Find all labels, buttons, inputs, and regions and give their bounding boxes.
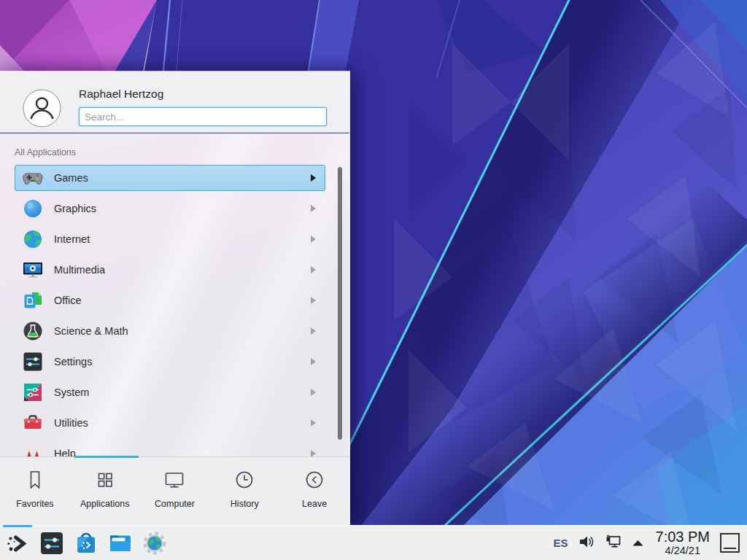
web-browser-launcher[interactable] — [142, 531, 167, 556]
office-icon — [23, 290, 43, 311]
expand-tray-button[interactable] — [632, 537, 644, 550]
chevron-right-icon — [310, 450, 316, 456]
chevron-right-icon — [310, 389, 316, 396]
discover-launcher[interactable] — [74, 531, 98, 556]
digital-clock[interactable]: 7:03 PM 4/24/21 — [656, 529, 710, 556]
volume-button[interactable] — [578, 533, 595, 553]
tab-label: History — [231, 499, 259, 509]
multimedia-icon — [23, 260, 43, 280]
category-settings[interactable]: Settings — [15, 349, 325, 375]
tab-applications[interactable]: Applications — [70, 457, 140, 526]
application-launcher-button[interactable] — [5, 531, 30, 556]
system-settings-launcher[interactable] — [39, 531, 64, 556]
category-label: Science & Math — [54, 325, 128, 337]
chevron-right-icon — [310, 419, 316, 427]
system-settings-icon — [39, 531, 64, 556]
category-label: Office — [54, 295, 82, 306]
list-scrollbar[interactable] — [338, 167, 342, 440]
category-games[interactable]: Games — [15, 165, 325, 191]
category-science-math[interactable]: Science & Math — [15, 318, 325, 344]
category-label: Games — [54, 172, 88, 184]
system-icon — [23, 382, 43, 402]
monitor-icon — [163, 469, 185, 494]
section-label: All Applications — [15, 147, 76, 158]
applications-view: All Applications Games — [0, 133, 349, 456]
category-label: System — [54, 386, 89, 398]
category-graphics[interactable]: Graphics — [15, 195, 325, 222]
tab-leave[interactable]: Leave — [279, 457, 349, 526]
games-icon — [23, 168, 43, 188]
taskbar-launchers — [5, 526, 167, 560]
file-manager-launcher[interactable] — [108, 531, 133, 556]
chevron-right-icon — [310, 266, 316, 273]
category-label: Utilities — [54, 417, 88, 429]
category-label: Internet — [54, 233, 90, 245]
chevron-right-icon — [310, 205, 316, 212]
network-icon — [604, 532, 623, 554]
launcher-tab-bar: Favorites Applications Computer — [0, 456, 349, 526]
application-launcher-menu: Raphael Hertzog All Applications Games — [0, 71, 350, 525]
tab-label: Favorites — [16, 499, 53, 509]
category-help[interactable]: Help — [15, 440, 325, 456]
tab-label: Applications — [80, 499, 129, 509]
system-tray: ES — [554, 526, 743, 560]
taskbar-panel: ES — [0, 525, 747, 560]
category-label: Graphics — [54, 203, 96, 214]
network-button[interactable] — [604, 532, 623, 554]
category-internet[interactable]: Internet — [15, 226, 325, 252]
launcher-header: Raphael Hertzog — [0, 71, 349, 133]
keyboard-layout-indicator[interactable]: ES — [554, 537, 568, 549]
show-desktop-button[interactable] — [720, 533, 740, 553]
folder-icon — [108, 531, 133, 556]
tab-label: Computer — [155, 499, 195, 509]
grid-icon — [94, 469, 116, 494]
user-name: Raphael Hertzog — [79, 88, 163, 101]
clock-date: 4/24/21 — [656, 545, 710, 556]
kde-logo-icon — [5, 531, 30, 556]
chevron-right-icon — [310, 174, 316, 182]
utilities-icon — [23, 413, 43, 433]
tab-label: Leave — [302, 499, 327, 509]
chevron-right-icon — [310, 236, 316, 243]
clock-icon — [233, 469, 255, 494]
chevron-right-icon — [310, 297, 316, 304]
category-multimedia[interactable]: Multimedia — [15, 257, 325, 283]
user-avatar[interactable] — [23, 89, 61, 128]
clock-time: 7:03 PM — [656, 529, 710, 545]
category-label: Multimedia — [54, 264, 105, 276]
science-icon — [23, 321, 43, 341]
category-office[interactable]: Office — [15, 287, 325, 314]
category-label: Help — [54, 448, 76, 456]
category-utilities[interactable]: Utilities — [15, 410, 325, 436]
desktop: Raphael Hertzog All Applications Games — [0, 0, 747, 560]
search-input[interactable] — [79, 107, 327, 126]
volume-icon — [578, 533, 595, 553]
category-list: Games Graphics — [15, 165, 325, 456]
discover-icon — [74, 531, 98, 556]
globe-gear-icon — [142, 531, 167, 556]
category-system[interactable]: System — [15, 379, 325, 405]
bookmark-icon — [24, 469, 46, 494]
settings-icon — [23, 351, 43, 372]
active-tab-indicator — [74, 456, 139, 458]
internet-icon — [23, 229, 43, 249]
category-label: Settings — [54, 356, 92, 368]
chevron-right-icon — [310, 358, 316, 365]
help-icon — [23, 443, 43, 456]
chevron-right-icon — [310, 327, 316, 335]
caret-up-icon — [632, 537, 644, 550]
tab-history[interactable]: History — [209, 457, 279, 526]
leave-icon — [303, 469, 325, 494]
tab-favorites[interactable]: Favorites — [0, 457, 70, 526]
graphics-icon — [23, 198, 43, 219]
tab-computer[interactable]: Computer — [140, 457, 210, 526]
